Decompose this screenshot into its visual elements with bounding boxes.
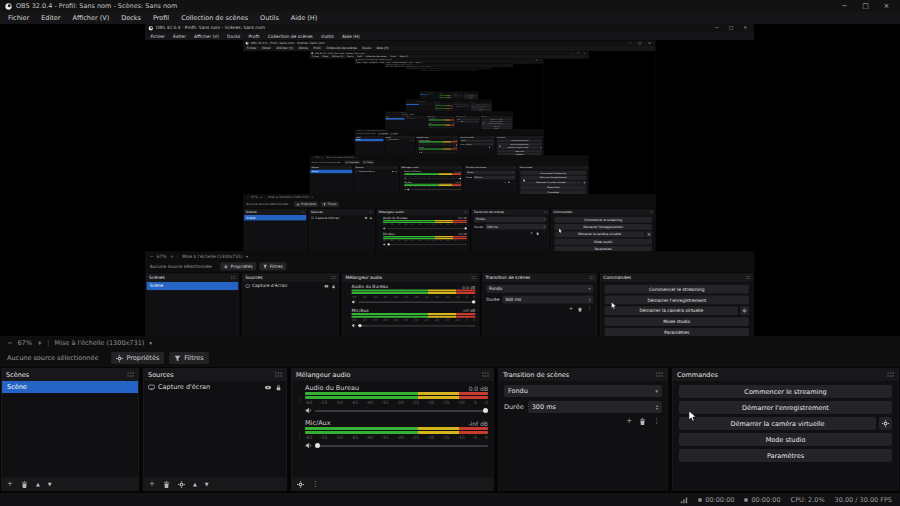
preview-capture-level-1: OBS 32.0.4 - Profil: Sans nom - Scènes: …: [145, 24, 754, 336]
preview-capture-level-7: OBS 32.0.4 - Profil: Sans nom - Scènes: …: [420, 69, 479, 99]
source-name: Capture d'écran: [158, 383, 261, 391]
rec-time: 00:00:00: [705, 496, 734, 504]
filters-button[interactable]: Filtres: [169, 352, 208, 364]
add-scene-button[interactable]: +: [7, 481, 13, 488]
tick-label: -35: [381, 400, 388, 406]
source-toolbar-row: Aucune source sélectionnée Propriétés Fi…: [0, 349, 900, 367]
mixer-menu-kebab-icon[interactable]: ⋮: [312, 481, 319, 488]
menu-fichier[interactable]: Fichier: [2, 12, 35, 24]
sources-dock-title: Sources: [148, 371, 174, 379]
start-virtual-camera-button[interactable]: Démarrer la caméra virtuelle: [679, 417, 876, 430]
transition-menu-kebab-icon[interactable]: ⋮: [653, 418, 660, 425]
channel-name: Audio du Bureau: [305, 384, 359, 392]
volume-slider-handle[interactable]: [483, 408, 488, 413]
start-streaming-button[interactable]: Commencer le streaming: [679, 385, 892, 398]
tick-label: -10: [457, 400, 464, 406]
move-scene-up-button[interactable]: ▲: [36, 482, 40, 487]
menu-docks[interactable]: Docks: [115, 12, 147, 24]
properties-label: Propriétés: [126, 354, 159, 362]
scenes-dock-title: Scènes: [6, 371, 29, 379]
lock-icon[interactable]: [275, 384, 282, 391]
live-status-dot-icon: [744, 498, 748, 502]
menu-outils[interactable]: Outils: [254, 12, 285, 24]
menu-afficher[interactable]: Afficher (V): [67, 12, 116, 24]
virtual-camera-row: Démarrer la caméra virtuelle: [679, 417, 892, 430]
filter-icon: [174, 355, 181, 362]
tick-label: 0: [485, 435, 488, 441]
studio-mode-button[interactable]: Mode studio: [679, 433, 892, 446]
move-source-down-button[interactable]: ▼: [205, 482, 209, 487]
display-capture-icon: [148, 384, 155, 391]
add-source-button[interactable]: +: [149, 481, 155, 488]
selection-status: Aucune source sélectionnée: [7, 354, 98, 362]
volume-slider-row: [305, 441, 488, 450]
tick-label: -30: [396, 400, 403, 406]
remove-source-button[interactable]: [163, 481, 170, 488]
channel-grip-icon[interactable]: ⋮: [297, 419, 302, 450]
tick-label: -50: [335, 435, 342, 441]
tick-label: -30: [396, 435, 403, 441]
spin-down-icon[interactable]: ▾: [656, 407, 658, 411]
zoom-level: 67%: [17, 339, 31, 347]
tick-label: -60: [305, 435, 312, 441]
transition-select[interactable]: Fondu ▾: [504, 385, 662, 397]
move-source-up-button[interactable]: ▲: [193, 482, 197, 487]
remove-transition-button[interactable]: [639, 418, 646, 425]
streaming-timer: 00:00:00: [744, 496, 780, 504]
minimize-button[interactable]: −: [836, 0, 853, 12]
zoom-out-button[interactable]: −: [7, 339, 12, 347]
advanced-audio-gear-button[interactable]: [297, 481, 304, 488]
remove-scene-button[interactable]: [21, 481, 28, 488]
preview-zoom-row: − 67% + | Mise à l'échelle (1300x731) ▾: [0, 336, 900, 349]
duration-spinbox[interactable]: 300 ms ▴ ▾: [528, 401, 662, 413]
tick-label: -5: [473, 400, 478, 406]
menu-editer[interactable]: Editer: [35, 12, 66, 24]
menu-collection-scenes[interactable]: Collection de scènes: [175, 12, 254, 24]
settings-button[interactable]: Paramètres: [679, 449, 892, 462]
volume-slider[interactable]: [315, 410, 488, 412]
source-list-item[interactable]: Capture d'écran: [144, 381, 286, 393]
preview-capture-level-6: OBS 32.0.4 - Profil: Sans nom - Scènes: …: [406, 67, 493, 111]
sources-dock: Sources Capture d'écran: [142, 367, 288, 492]
tick-label: -45: [351, 400, 358, 406]
source-properties-gear-button[interactable]: [178, 481, 185, 488]
tick-label: -60: [305, 400, 312, 406]
stats-indicator: [680, 496, 688, 504]
speaker-icon[interactable]: [305, 442, 312, 449]
add-transition-button[interactable]: +: [626, 418, 632, 425]
properties-button[interactable]: Propriétés: [111, 352, 164, 364]
preview-canvas[interactable]: OBS 32.0.4 - Profil: Sans nom - Scènes: …: [0, 24, 900, 336]
tick-label: -15: [442, 435, 449, 441]
spin-buttons[interactable]: ▴ ▾: [656, 404, 658, 411]
maximize-button[interactable]: □: [857, 0, 874, 12]
visibility-eye-icon[interactable]: [264, 384, 272, 391]
preview-scale-label: Mise à l'échelle (1300x731): [55, 339, 145, 347]
move-scene-down-button[interactable]: ▼: [48, 482, 52, 487]
channel-grip-icon[interactable]: ⋮: [297, 384, 302, 415]
screen-capture-source: OBS 32.0.4 - Profil: Sans nom - Scènes: …: [145, 24, 755, 336]
transition-selected-value: Fondu: [508, 387, 528, 395]
tick-label: -5: [473, 435, 478, 441]
start-recording-button[interactable]: Démarrer l'enregistrement: [679, 401, 892, 414]
scenes-dock-titlebar: Scènes: [1, 368, 139, 381]
gear-icon: [116, 355, 123, 362]
menu-aide[interactable]: Aide (H): [285, 12, 323, 24]
volume-slider[interactable]: [315, 445, 488, 447]
scene-list-item[interactable]: Scène: [2, 381, 138, 393]
menu-profil[interactable]: Profil: [147, 12, 175, 24]
chevron-down-icon: ▾: [655, 388, 658, 394]
close-button[interactable]: ×: [878, 0, 895, 12]
scale-dropdown-caret-icon[interactable]: ▾: [149, 340, 152, 346]
mouse-cursor: [688, 410, 697, 423]
tick-label: -10: [457, 435, 464, 441]
scenes-dock: Scènes Scène + ▲ ▼: [0, 367, 140, 492]
speaker-icon[interactable]: [305, 407, 312, 414]
volume-slider-handle[interactable]: [315, 443, 320, 448]
virtual-camera-config-button[interactable]: [879, 417, 892, 430]
zoom-in-button[interactable]: +: [37, 339, 42, 347]
channel-level-value: -inf dB: [468, 420, 488, 427]
tick-label: 0: [485, 400, 488, 406]
mixer-toolbar: ⋮: [291, 477, 494, 491]
controls-dock-title: Commandes: [677, 371, 718, 379]
mixer-channel-desktop-audio: ⋮ Audio du Bureau 0.0 dB -60-55-50-45-40…: [297, 384, 488, 415]
